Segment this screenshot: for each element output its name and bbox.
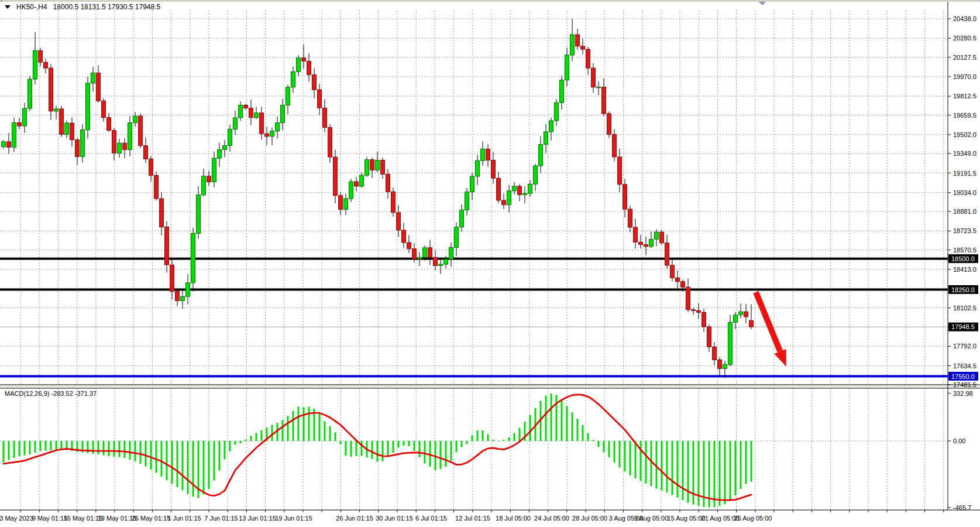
svg-text:3 May 2023: 3 May 2023 [0,515,33,522]
svg-text:19349.0: 19349.0 [953,150,976,157]
svg-text:12 Jul 01:15: 12 Jul 01:15 [455,515,490,522]
svg-text:6 Jul 01:15: 6 Jul 01:15 [415,515,447,522]
svg-text:24 Jul 05:00: 24 Jul 05:00 [534,515,569,522]
svg-text:17550.0: 17550.0 [951,373,975,380]
svg-text:17948.5: 17948.5 [951,323,975,330]
svg-text:18881.0: 18881.0 [953,208,976,215]
svg-text:19034.0: 19034.0 [953,189,976,196]
svg-text:20280.5: 20280.5 [953,35,976,42]
svg-text:9 Aug 05:00: 9 Aug 05:00 [634,515,669,522]
svg-text:19 Jun 01:15: 19 Jun 01:15 [275,515,312,522]
svg-text:17481.5: 17481.5 [953,381,976,388]
svg-text:19191.5: 19191.5 [953,170,976,177]
svg-text:1 Jun 01:15: 1 Jun 01:15 [167,515,201,522]
svg-text:20127.5: 20127.5 [953,54,976,61]
svg-text:15 Aug 05:00: 15 Aug 05:00 [668,515,706,522]
svg-text:19 May 01:15: 19 May 01:15 [98,515,137,522]
svg-text:18102.5: 18102.5 [953,304,976,312]
svg-text:19812.5: 19812.5 [953,93,976,100]
macd-indicator-label: MACD(12,26,9) -283.52 -371.37 [5,390,97,397]
chart-menu-triangle-icon[interactable] [5,5,11,9]
svg-text:18413.0: 18413.0 [953,266,976,273]
svg-text:30 Jun 01:15: 30 Jun 01:15 [376,515,413,522]
svg-text:17792.0: 17792.0 [953,343,976,350]
svg-text:9 May 01:15: 9 May 01:15 [32,515,68,522]
svg-text:26 Jun 01:15: 26 Jun 01:15 [336,515,373,522]
svg-text:18570.5: 18570.5 [953,247,976,254]
svg-text:18250.0: 18250.0 [951,286,975,293]
svg-text:7 Jun 01:15: 7 Jun 01:15 [204,515,238,522]
svg-text:17634.5: 17634.5 [953,362,976,369]
svg-text:25 May 01:15: 25 May 01:15 [132,515,171,522]
chart-title-bar: HK50-,H4 18000.5 18131.5 17930.5 17948.5 [5,3,160,11]
svg-text:0.00: 0.00 [953,437,965,444]
price-chart-svg: 20438.020280.520127.519970.019812.519659… [0,0,980,527]
svg-text:20438.0: 20438.0 [953,15,976,22]
symbol-period-label: HK50-,H4 [16,3,47,11]
svg-text:19970.0: 19970.0 [953,73,976,80]
svg-text:13 Jun 01:15: 13 Jun 01:15 [239,515,276,522]
chart-window: 20438.020280.520127.519970.019812.519659… [0,0,980,527]
svg-text:19502.0: 19502.0 [953,131,976,138]
svg-text:332.98: 332.98 [953,390,973,397]
svg-text:28 Jul 05:00: 28 Jul 05:00 [572,515,607,522]
svg-text:15 May 01:15: 15 May 01:15 [64,515,103,522]
svg-text:18 Jul 05:00: 18 Jul 05:00 [496,515,531,522]
svg-text:18500.0: 18500.0 [951,255,975,262]
ohlc-quotes-label: 18000.5 18131.5 17930.5 17948.5 [53,3,161,11]
svg-text:19659.5: 19659.5 [953,112,976,119]
chart-plot-area[interactable]: 20438.020280.520127.519970.019812.519659… [0,0,980,527]
svg-text:18723.5: 18723.5 [953,227,976,234]
svg-text:25 Aug 05:00: 25 Aug 05:00 [734,515,772,522]
svg-text:-465.7: -465.7 [953,504,971,511]
time-axis[interactable]: 3 May 20239 May 01:1515 May 01:1519 May … [0,515,772,522]
